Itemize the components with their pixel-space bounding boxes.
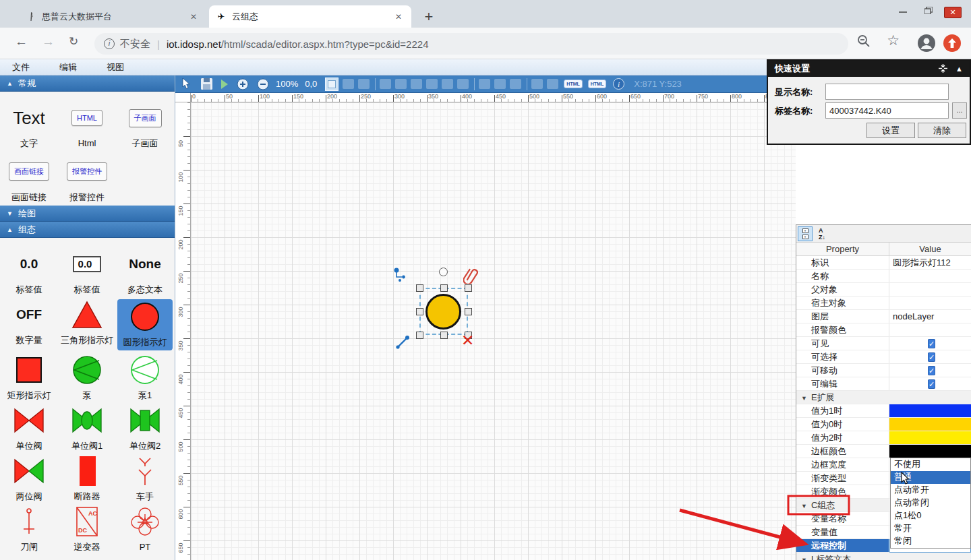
scada-item-0[interactable]: 0.0标签值: [1, 249, 57, 295]
dropdown-option-2[interactable]: 点动常开: [891, 484, 970, 497]
set-button[interactable]: 设置: [866, 123, 915, 138]
scada-item-15[interactable]: 刀闸: [1, 506, 57, 553]
property-row-9[interactable]: 可编辑✓: [796, 377, 971, 391]
resize-handle[interactable]: [465, 284, 472, 292]
dropdown-option-0[interactable]: 不使用: [891, 458, 970, 471]
page-info-icon[interactable]: i: [104, 38, 115, 49]
property-row-11[interactable]: 值为1时: [796, 404, 971, 418]
palette-section-scada[interactable]: ▲组态: [0, 222, 175, 238]
select-cursor-icon[interactable]: [182, 78, 192, 90]
scada-item-9[interactable]: 单位阀: [1, 405, 57, 452]
display-name-input[interactable]: [825, 84, 949, 100]
resize-handle[interactable]: [416, 308, 423, 315]
resize-handle[interactable]: [440, 332, 448, 339]
resize-handle[interactable]: [416, 332, 423, 339]
grid-toggle-button[interactable]: [325, 77, 339, 91]
property-row-0[interactable]: 标识圆形指示灯112: [796, 256, 971, 270]
general-item-0[interactable]: Text文字: [1, 102, 57, 152]
property-row-6[interactable]: 可见✓: [796, 337, 971, 350]
new-tab-button[interactable]: +: [419, 8, 438, 26]
clear-button[interactable]: 清除: [918, 123, 966, 138]
palette-section-drawing[interactable]: ▼绘图: [0, 206, 175, 222]
save-icon[interactable]: [201, 78, 212, 90]
resize-handle[interactable]: [440, 284, 448, 292]
scada-item-11[interactable]: 单位阀2: [117, 405, 173, 452]
dropdown-option-6[interactable]: 常闭: [891, 535, 970, 548]
dropdown-option-3[interactable]: 点动常闭: [891, 497, 970, 509]
property-row-7[interactable]: 可选择✓: [796, 350, 971, 364]
scada-item-7[interactable]: 泵: [59, 354, 115, 401]
scada-item-14[interactable]: 车手: [117, 456, 173, 502]
menu-item-2[interactable]: 视图: [107, 61, 124, 73]
dropdown-option-1[interactable]: 普通: [891, 471, 970, 484]
categorized-view-icon[interactable]: ++: [798, 226, 813, 241]
url-bar[interactable]: i 不安全 | iot.idosp.net/html/scada/editor.…: [94, 33, 848, 55]
design-canvas[interactable]: ✕: [191, 102, 796, 560]
zoom-out-page-icon[interactable]: [856, 34, 871, 51]
property-row-14[interactable]: 边框颜色: [796, 445, 971, 458]
property-row-5[interactable]: 报警颜色: [796, 323, 971, 337]
alphabetical-sort-icon[interactable]: AZ↓: [815, 226, 829, 241]
scada-item-17[interactable]: PT: [117, 506, 173, 553]
property-row-13[interactable]: 值为2时: [796, 431, 971, 445]
zoom-in-icon[interactable]: [237, 78, 249, 90]
bookmark-star-icon[interactable]: ☆: [887, 32, 900, 49]
checkbox-checked[interactable]: ✓: [928, 379, 935, 389]
checkbox-checked[interactable]: ✓: [928, 339, 935, 348]
browser-update-icon[interactable]: [943, 34, 962, 55]
tag-name-input[interactable]: [825, 102, 949, 119]
scada-item-13[interactable]: 断路器: [59, 456, 115, 502]
circle-indicator-object[interactable]: [425, 294, 461, 330]
scada-item-5[interactable]: 圆形指示灯: [117, 299, 173, 350]
color-swatch[interactable]: [889, 431, 971, 444]
reload-icon[interactable]: ↻: [69, 34, 78, 49]
dropdown-option-5[interactable]: 常开: [891, 522, 970, 535]
color-swatch[interactable]: [889, 404, 971, 417]
general-item-1[interactable]: HTMLHtml: [59, 102, 115, 152]
html-preview-button[interactable]: HTML: [588, 80, 606, 88]
property-row-4[interactable]: 图层nodeLayer: [796, 310, 971, 323]
color-swatch[interactable]: [889, 445, 971, 458]
forward-icon[interactable]: →: [42, 34, 55, 49]
html-export-button[interactable]: HTML: [564, 80, 582, 88]
tab-2[interactable]: ✈ 云组态 ✕: [209, 5, 411, 28]
scada-item-1[interactable]: 0.0标签值: [59, 249, 115, 295]
scada-item-6[interactable]: 矩形指示灯: [1, 354, 57, 401]
run-icon[interactable]: [220, 80, 229, 89]
link-paperclip-icon[interactable]: [463, 266, 478, 286]
scada-item-3[interactable]: OFF数字量: [1, 299, 57, 350]
dropdown-option-4[interactable]: 点1松0: [891, 509, 970, 522]
checkbox-checked[interactable]: ✓: [928, 352, 935, 362]
property-row-8[interactable]: 可移动✓: [796, 364, 971, 377]
delete-object-icon[interactable]: ✕: [461, 332, 474, 350]
tab-close-icon[interactable]: ✕: [392, 11, 405, 23]
minimize-button[interactable]: [890, 2, 916, 18]
back-icon[interactable]: ←: [15, 34, 28, 49]
resize-handle[interactable]: [416, 284, 423, 292]
property-row-12[interactable]: 值为0时: [796, 418, 971, 431]
menu-item-1[interactable]: 编辑: [59, 61, 77, 73]
connection-line-icon[interactable]: [394, 333, 412, 353]
collapse-panel-icon[interactable]: ▲: [955, 65, 963, 73]
restore-button[interactable]: [916, 2, 941, 18]
browse-tag-button[interactable]: ...: [952, 102, 967, 119]
palette-section-general[interactable]: ▲常规: [0, 75, 175, 92]
property-row-1[interactable]: 名称: [796, 270, 971, 283]
scada-item-10[interactable]: 单位阀1: [59, 405, 115, 452]
property-row-2[interactable]: 父对象: [796, 283, 971, 297]
close-button[interactable]: ✕: [941, 2, 967, 18]
tab-1[interactable]: 思普云大数据平台 ✕: [19, 5, 206, 28]
checkbox-checked[interactable]: ✓: [928, 366, 935, 375]
color-swatch[interactable]: [889, 418, 971, 431]
general-item-2[interactable]: 子画面子画面: [117, 102, 173, 152]
scada-item-12[interactable]: 两位阀: [1, 456, 57, 502]
general-item-3[interactable]: 画面链接画面链接: [1, 156, 57, 206]
scada-item-4[interactable]: 三角形指示灯: [59, 299, 115, 350]
info-icon[interactable]: i: [613, 78, 624, 90]
scada-item-16[interactable]: ACDC逆变器: [59, 506, 115, 553]
resize-handle[interactable]: [465, 308, 472, 315]
scada-item-8[interactable]: 泵1: [117, 354, 173, 401]
quick-settings-header[interactable]: 快速设置 ▲: [768, 61, 970, 77]
property-row-3[interactable]: 宿主对象: [796, 297, 971, 310]
zoom-out-icon[interactable]: [257, 78, 269, 90]
